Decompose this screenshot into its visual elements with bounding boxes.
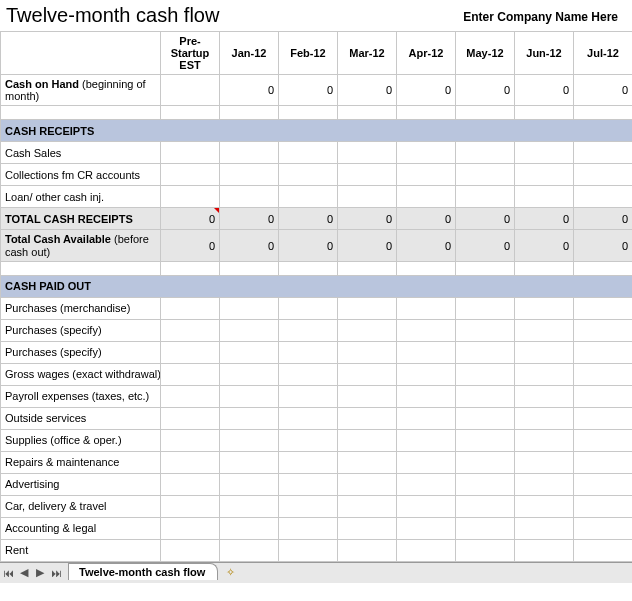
data-cell[interactable] [456, 429, 515, 451]
data-cell[interactable] [338, 319, 397, 341]
data-cell[interactable] [338, 495, 397, 517]
data-cell[interactable] [338, 407, 397, 429]
data-cell[interactable] [161, 341, 220, 363]
data-cell[interactable]: 0 [161, 230, 220, 261]
data-cell[interactable] [515, 473, 574, 495]
data-cell[interactable] [220, 385, 279, 407]
data-cell[interactable] [456, 164, 515, 186]
data-cell[interactable]: 0 [574, 208, 633, 230]
data-cell[interactable] [397, 186, 456, 208]
data-cell[interactable] [397, 319, 456, 341]
data-cell[interactable]: 0 [220, 230, 279, 261]
data-cell[interactable] [397, 495, 456, 517]
data-cell[interactable] [220, 517, 279, 539]
data-cell[interactable] [220, 451, 279, 473]
data-cell[interactable] [515, 451, 574, 473]
data-cell[interactable]: 0 [279, 230, 338, 261]
data-cell[interactable] [574, 363, 633, 385]
data-cell[interactable] [220, 429, 279, 451]
data-cell[interactable] [279, 385, 338, 407]
data-cell[interactable] [279, 186, 338, 208]
data-cell[interactable] [279, 341, 338, 363]
data-cell[interactable] [574, 539, 633, 561]
data-cell[interactable] [279, 517, 338, 539]
data-cell[interactable] [338, 539, 397, 561]
data-cell[interactable] [338, 473, 397, 495]
data-cell[interactable] [161, 297, 220, 319]
data-cell[interactable] [220, 341, 279, 363]
data-cell[interactable]: 0 [161, 208, 220, 230]
data-cell[interactable] [515, 164, 574, 186]
data-cell[interactable] [338, 363, 397, 385]
data-cell[interactable] [397, 142, 456, 164]
data-cell[interactable] [397, 451, 456, 473]
data-cell[interactable] [456, 473, 515, 495]
data-cell[interactable] [574, 164, 633, 186]
data-cell[interactable] [220, 473, 279, 495]
data-cell[interactable] [338, 297, 397, 319]
data-cell[interactable] [515, 517, 574, 539]
data-cell[interactable] [574, 186, 633, 208]
data-cell[interactable]: 0 [220, 208, 279, 230]
data-cell[interactable]: 0 [338, 75, 397, 106]
data-cell[interactable] [515, 186, 574, 208]
data-cell[interactable]: 0 [220, 75, 279, 106]
data-cell[interactable] [161, 517, 220, 539]
data-cell[interactable]: 0 [279, 75, 338, 106]
data-cell[interactable] [279, 164, 338, 186]
data-cell[interactable] [456, 186, 515, 208]
data-cell[interactable] [515, 363, 574, 385]
data-cell[interactable]: 0 [338, 208, 397, 230]
data-cell[interactable] [338, 164, 397, 186]
data-cell[interactable] [161, 539, 220, 561]
tab-nav-first-icon[interactable]: ⏮ [0, 567, 16, 579]
data-cell[interactable]: 0 [456, 208, 515, 230]
data-cell[interactable]: 0 [515, 230, 574, 261]
data-cell[interactable] [515, 429, 574, 451]
data-cell[interactable] [338, 385, 397, 407]
data-cell[interactable] [515, 495, 574, 517]
data-cell[interactable] [279, 495, 338, 517]
data-cell[interactable] [456, 363, 515, 385]
data-cell[interactable] [161, 186, 220, 208]
data-cell[interactable] [279, 407, 338, 429]
data-cell[interactable] [397, 407, 456, 429]
data-cell[interactable] [515, 385, 574, 407]
data-cell[interactable] [338, 142, 397, 164]
data-cell[interactable] [279, 429, 338, 451]
company-name[interactable]: Enter Company Name Here [463, 10, 618, 24]
data-cell[interactable] [279, 363, 338, 385]
data-cell[interactable] [161, 319, 220, 341]
data-cell[interactable] [574, 142, 633, 164]
data-cell[interactable]: 0 [515, 75, 574, 106]
data-cell[interactable] [456, 142, 515, 164]
sheet-tab-active[interactable]: Twelve-month cash flow [68, 563, 218, 580]
data-cell[interactable] [161, 142, 220, 164]
data-cell[interactable] [338, 186, 397, 208]
data-cell[interactable] [397, 341, 456, 363]
data-cell[interactable] [220, 142, 279, 164]
data-cell[interactable] [161, 75, 220, 106]
data-cell[interactable] [456, 385, 515, 407]
data-cell[interactable] [161, 473, 220, 495]
data-cell[interactable]: 0 [397, 208, 456, 230]
data-cell[interactable] [279, 473, 338, 495]
data-cell[interactable] [279, 319, 338, 341]
data-cell[interactable] [515, 297, 574, 319]
data-cell[interactable] [161, 451, 220, 473]
data-cell[interactable] [515, 319, 574, 341]
data-cell[interactable] [220, 539, 279, 561]
data-cell[interactable] [338, 341, 397, 363]
data-cell[interactable] [515, 407, 574, 429]
data-cell[interactable] [279, 539, 338, 561]
data-cell[interactable] [456, 451, 515, 473]
data-cell[interactable]: 0 [279, 208, 338, 230]
tab-nav-prev-icon[interactable]: ◀ [16, 566, 32, 579]
data-cell[interactable]: 0 [397, 75, 456, 106]
data-cell[interactable] [220, 164, 279, 186]
new-sheet-icon[interactable]: ✧ [226, 566, 235, 579]
data-cell[interactable] [397, 429, 456, 451]
data-cell[interactable] [456, 539, 515, 561]
data-cell[interactable] [574, 473, 633, 495]
data-cell[interactable] [574, 429, 633, 451]
